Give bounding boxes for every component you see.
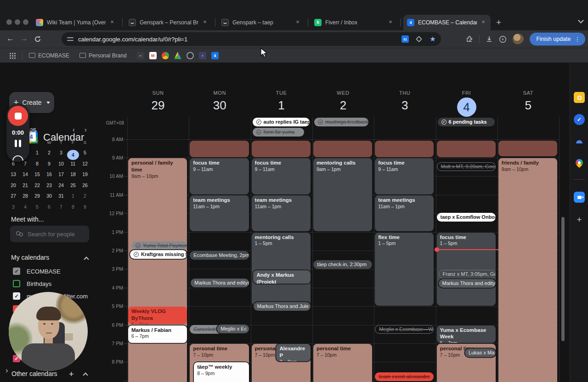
mini-cal-day[interactable]: 16 bbox=[43, 171, 55, 177]
battery-saver-icon[interactable] bbox=[499, 35, 507, 43]
omnibox[interactable]: calendar.google.com/calendar/u/0/r?pli=1… bbox=[62, 32, 441, 46]
mini-cal-day[interactable]: 5 bbox=[79, 150, 91, 155]
event[interactable]: mentoring calls1 – 5pm bbox=[252, 233, 311, 306]
bookmark-app-icon[interactable]: – bbox=[137, 52, 144, 59]
event[interactable]: Yuma x Ecombase Week6 – 7pm bbox=[437, 325, 496, 343]
forward-icon[interactable]: → bbox=[20, 34, 28, 43]
window-minimize-button[interactable] bbox=[15, 19, 20, 25]
other-calendars-collapse-icon[interactable] bbox=[83, 372, 88, 377]
mini-cal-day[interactable]: 15 bbox=[31, 171, 43, 177]
recorder-pause-button[interactable] bbox=[14, 140, 22, 147]
mini-cal-day[interactable]: 2 bbox=[43, 150, 55, 155]
mini-cal-day[interactable]: 23 bbox=[43, 182, 55, 188]
mini-cal-day[interactable]: 9 bbox=[43, 161, 55, 166]
my-calendars-collapse-icon[interactable] bbox=[84, 257, 89, 262]
event[interactable]: team meetings11am – 1pm bbox=[252, 195, 311, 232]
tab-search-chevron-icon[interactable] bbox=[578, 17, 584, 23]
event[interactable]: Markus / Fabian6 – 7pm bbox=[128, 325, 187, 343]
day-number[interactable]: 3 bbox=[374, 98, 435, 113]
event[interactable] bbox=[252, 141, 311, 157]
mini-cal-day[interactable]: 14 bbox=[19, 171, 31, 177]
maps-icon[interactable] bbox=[574, 157, 585, 168]
mini-cal-day[interactable]: 5 bbox=[31, 204, 43, 210]
mini-cal-day[interactable]: 2 bbox=[79, 193, 91, 199]
tab-close-icon[interactable]: × bbox=[294, 19, 301, 26]
mini-cal-day[interactable]: 20 bbox=[7, 182, 19, 188]
mini-cal-day[interactable]: 1 bbox=[67, 193, 79, 199]
mini-cal-day[interactable]: 30 bbox=[43, 193, 55, 199]
tab-close-icon[interactable]: × bbox=[201, 19, 209, 26]
zoom-icon[interactable] bbox=[574, 192, 585, 203]
tab-close-icon[interactable]: × bbox=[480, 19, 487, 26]
event-chip[interactable]: Meglio x Ec bbox=[217, 325, 249, 333]
event-chip[interactable]: team event alexandre bbox=[375, 372, 434, 381]
mini-cal-day[interactable]: 3 bbox=[55, 150, 67, 155]
mini-cal-day[interactable]: 1 bbox=[31, 150, 43, 155]
all-day-chip[interactable]: ✓mushngo-feedback bbox=[314, 118, 368, 126]
search-people-input[interactable] bbox=[28, 231, 83, 238]
google-app-bookmark-icon[interactable] bbox=[162, 52, 169, 59]
event-chip[interactable]: ✓Yuma Total Payment bbox=[132, 241, 187, 250]
event-chip[interactable]: ✓Kraftgras missing fe bbox=[130, 250, 187, 259]
event[interactable] bbox=[190, 141, 249, 157]
mini-cal-day[interactable]: 11 bbox=[67, 161, 79, 166]
day-number[interactable]: 5 bbox=[498, 98, 559, 113]
event-chip[interactable]: Franz x MT, 3:05pm, Goo bbox=[439, 270, 496, 279]
event[interactable]: team meetings11am – 1pm bbox=[375, 195, 434, 232]
new-tab-button[interactable]: + bbox=[496, 17, 501, 28]
finish-update-button[interactable]: Finish update ⋮ bbox=[530, 33, 585, 46]
extensions-puzzle-icon[interactable] bbox=[466, 35, 473, 43]
panel-expand-chevron[interactable]: › bbox=[6, 366, 8, 375]
day-number[interactable]: 29 bbox=[127, 98, 189, 113]
mini-cal-day[interactable]: 4 bbox=[19, 204, 31, 210]
calendar-list-item[interactable]: ✓ECOMBASE bbox=[13, 268, 61, 275]
day-number[interactable]: 1 bbox=[251, 98, 312, 113]
tab-close-icon[interactable]: × bbox=[108, 19, 116, 26]
browser-tab[interactable]: Wiki Team | Yuma (Overview)× bbox=[32, 15, 119, 30]
mini-cal-day[interactable]: 7 bbox=[55, 204, 67, 210]
event-chip[interactable]: täep check-in, 2:30pm bbox=[313, 260, 372, 269]
tab-close-icon[interactable]: × bbox=[387, 19, 394, 26]
event-chip[interactable]: Ecombase Meeting, 2pm bbox=[190, 251, 249, 260]
tasks-icon[interactable]: ✓ bbox=[574, 114, 585, 125]
browser-tab[interactable]: 4ECOMBASE – Calendar - Wee× bbox=[403, 15, 491, 30]
event-chip[interactable]: Lukas x Ma bbox=[465, 348, 496, 357]
window-close-button[interactable] bbox=[6, 19, 12, 25]
site-settings-icon[interactable] bbox=[67, 37, 74, 41]
event[interactable]: friends / family9am – 10pm bbox=[498, 158, 557, 382]
day-number[interactable]: 30 bbox=[189, 98, 250, 113]
event[interactable]: mentoring calls9am – 1pm bbox=[313, 158, 372, 232]
event-chip[interactable]: taep x Ecomflow Onboar bbox=[437, 213, 496, 222]
event-chip[interactable]: Markus Thora and Jule bbox=[254, 302, 311, 311]
contacts-icon[interactable] bbox=[574, 136, 585, 147]
event[interactable]: focus time9 – 11am bbox=[190, 158, 249, 194]
mini-cal-day[interactable]: 7 bbox=[19, 161, 31, 166]
event[interactable]: focus time9 – 11am bbox=[252, 158, 311, 194]
event[interactable]: Alexandre P7 – 8pm bbox=[276, 344, 310, 361]
event[interactable] bbox=[375, 141, 434, 157]
mini-cal-day[interactable]: 10 bbox=[55, 161, 67, 166]
calendar-extension-icon[interactable]: 31 bbox=[401, 35, 409, 43]
calendar-bookmark-icon[interactable]: 4 bbox=[211, 52, 219, 59]
add-other-calendar-button[interactable]: + bbox=[69, 370, 74, 379]
recorder-camera-button[interactable] bbox=[12, 155, 23, 162]
mini-cal-day[interactable]: 4 bbox=[67, 150, 79, 160]
mini-cal-prev-icon[interactable]: ‹ bbox=[73, 126, 75, 133]
all-day-chip[interactable]: ✓form für yuma bbox=[253, 128, 304, 137]
event[interactable]: focus time9 – 11am bbox=[375, 158, 434, 194]
browser-tab[interactable]: Genspark – Personal Brand× bbox=[125, 15, 212, 30]
all-day-chip[interactable]: ✓6 pending tasks bbox=[438, 118, 495, 126]
day-number[interactable]: 2 bbox=[312, 98, 374, 113]
gmail-bookmark-icon[interactable]: M bbox=[149, 52, 157, 59]
event[interactable]: Andy x Markus (Projekt3 – 3:45pm bbox=[253, 270, 310, 284]
calendar-list-item[interactable]: Birthdays bbox=[13, 280, 51, 287]
calendar-checkbox[interactable] bbox=[13, 280, 20, 287]
mini-cal-day[interactable]: 26 bbox=[79, 182, 91, 188]
mini-cal-day[interactable]: 9 bbox=[79, 204, 91, 210]
loom-bookmark-icon[interactable] bbox=[187, 52, 194, 59]
terminal-bookmark-icon[interactable]: › bbox=[199, 52, 206, 59]
event-chip[interactable]: Meglio x Ecombase—We bbox=[375, 325, 434, 334]
downloads-icon[interactable] bbox=[486, 35, 493, 43]
mini-cal-day[interactable]: 24 bbox=[55, 182, 67, 188]
mini-cal-day[interactable]: 19 bbox=[79, 171, 91, 177]
